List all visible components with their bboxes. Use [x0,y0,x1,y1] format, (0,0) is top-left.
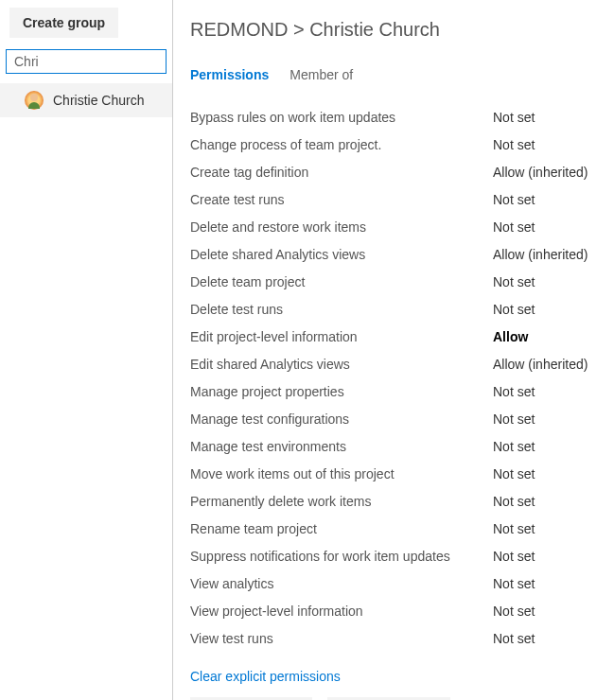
permission-row: View analyticsNot set [190,569,597,597]
sidebar: Create group Christie Church [0,0,173,700]
permission-row: Edit project-level informationAllow [190,323,597,350]
tab-permissions[interactable]: Permissions [190,67,269,84]
permission-label: Change process of team project. [190,137,381,152]
permission-label: Edit project-level information [190,329,358,344]
breadcrumb-separator: > [293,19,305,40]
sidebar-user-label: Christie Church [53,93,144,108]
permission-value[interactable]: Not set [493,137,597,152]
permission-label: Manage test configurations [190,411,349,427]
permission-row: Delete shared Analytics viewsAllow (inhe… [190,240,597,268]
permission-row: View project-level informationNot set [190,597,597,624]
permission-value[interactable]: Not set [493,576,597,591]
breadcrumb: REDMOND > Christie Church [190,19,597,41]
permission-row: Edit shared Analytics viewsAllow (inheri… [190,350,597,377]
main-panel: REDMOND > Christie Church Permissions Me… [173,0,614,700]
permission-label: Delete and restore work items [190,219,366,235]
permission-label: Edit shared Analytics views [190,357,350,372]
permission-value[interactable]: Not set [493,219,597,235]
permission-label: Create test runs [190,192,285,207]
permission-value[interactable]: Allow (inherited) [493,247,597,262]
permission-row: Rename team projectNot set [190,515,597,542]
avatar-icon [25,91,44,110]
permission-row: Create test runsNot set [190,185,597,213]
permission-row: Change process of team project.Not set [190,131,597,158]
permission-row: Suppress notifications for work item upd… [190,542,597,569]
search-input[interactable] [6,49,167,74]
permission-row: Delete test runsNot set [190,295,597,323]
permission-label: Delete team project [190,274,305,289]
permission-value[interactable]: Not set [493,494,597,509]
permission-value[interactable]: Not set [493,274,597,289]
permission-row: View test runsNot set [190,624,597,652]
permission-label: Permanently delete work items [190,494,371,509]
permission-value[interactable]: Not set [493,384,597,399]
permission-row: Move work items out of this projectNot s… [190,460,597,487]
permission-label: Manage project properties [190,384,344,399]
clear-explicit-permissions-link[interactable]: Clear explicit permissions [190,669,341,684]
permission-value[interactable]: Not set [493,549,597,564]
permission-value[interactable]: Allow [493,329,597,344]
permission-row: Bypass rules on work item updatesNot set [190,103,597,131]
permission-value[interactable]: Not set [493,411,597,427]
permission-row: Manage test environmentsNot set [190,432,597,460]
permission-label: View test runs [190,631,273,646]
permission-value[interactable]: Not set [493,521,597,536]
permission-label: View project-level information [190,604,363,619]
permission-value[interactable]: Not set [493,110,597,125]
permission-row: Delete and restore work itemsNot set [190,213,597,240]
permission-label: Move work items out of this project [190,466,395,481]
breadcrumb-current: Christie Church [309,19,440,40]
permission-value[interactable]: Allow (inherited) [493,165,597,180]
permission-row: Create tag definitionAllow (inherited) [190,158,597,185]
permission-value[interactable]: Allow (inherited) [493,357,597,372]
tabs: Permissions Member of [190,67,597,84]
permission-row: Delete team projectNot set [190,268,597,295]
permission-label: Manage test environments [190,439,346,454]
permission-label: Rename team project [190,521,317,536]
permission-value[interactable]: Not set [493,604,597,619]
permission-value[interactable]: Not set [493,466,597,481]
permission-row: Permanently delete work itemsNot set [190,487,597,515]
sidebar-user-item[interactable]: Christie Church [0,83,172,117]
permissions-list: Bypass rules on work item updatesNot set… [190,103,597,652]
permission-label: Create tag definition [190,165,308,180]
permission-label: Delete test runs [190,302,283,317]
permission-label: Bypass rules on work item updates [190,110,395,125]
breadcrumb-root[interactable]: REDMOND [190,19,288,40]
tab-member-of[interactable]: Member of [289,67,353,84]
permission-value[interactable]: Not set [493,192,597,207]
permission-row: Manage test configurationsNot set [190,405,597,432]
permission-value[interactable]: Not set [493,631,597,646]
create-group-button[interactable]: Create group [9,8,118,38]
permission-label: View analytics [190,576,273,591]
permission-label: Delete shared Analytics views [190,247,365,262]
permission-row: Manage project propertiesNot set [190,377,597,405]
permission-value[interactable]: Not set [493,302,597,317]
permission-value[interactable]: Not set [493,439,597,454]
permission-label: Suppress notifications for work item upd… [190,549,450,564]
